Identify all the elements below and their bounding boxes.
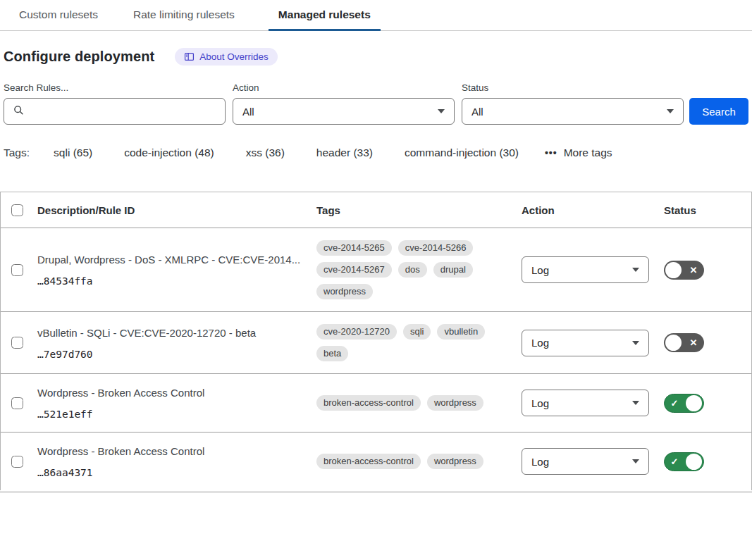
toggle-knob <box>686 454 702 470</box>
tag-pill: vbulletin <box>437 324 485 340</box>
tab-managed-rulesets[interactable]: Managed rulesets <box>269 0 381 31</box>
ellipsis-icon: ••• <box>545 147 557 158</box>
search-field: Search Rules... <box>4 82 226 125</box>
page-title: Configure deployment <box>4 49 154 65</box>
search-button[interactable]: Search <box>689 98 748 125</box>
row-checkbox[interactable] <box>11 264 23 276</box>
table-body: Drupal, Wordpress - DoS - XMLRPC - CVE:C… <box>1 228 751 490</box>
rule-id: …7e97d760 <box>37 349 302 360</box>
action-select[interactable]: Log <box>522 256 649 283</box>
more-tags-button[interactable]: ••• More tags <box>545 147 612 159</box>
status-toggle[interactable]: ✓ <box>664 394 704 413</box>
tag-filter-xss[interactable]: xss (36) <box>246 147 285 159</box>
x-icon: ✕ <box>683 338 704 347</box>
status-toggle[interactable]: ✕ <box>664 261 704 280</box>
row-checkbox[interactable] <box>11 337 23 349</box>
table-header-row: Description/Rule ID Tags Action Status <box>1 192 751 228</box>
chevron-down-icon <box>632 341 639 345</box>
status-label: Status <box>462 82 684 93</box>
column-tags: Tags <box>316 204 522 216</box>
status-toggle[interactable]: ✕ <box>664 333 704 352</box>
table-row: Wordpress - Broken Access Control …521e1… <box>1 373 751 432</box>
chevron-down-icon <box>632 459 639 463</box>
tag-pill: wordpress <box>427 454 483 469</box>
rule-tags: cve-2020-12720sqlivbulletinbeta <box>316 324 522 368</box>
page-header: Configure deployment About Overrides <box>4 48 752 66</box>
rule-tags: cve-2014-5265cve-2014-5266cve-2014-5267d… <box>316 240 522 306</box>
chevron-down-icon <box>667 109 674 113</box>
action-select-value: Log <box>531 456 549 468</box>
chevron-down-icon <box>438 109 445 113</box>
action-select[interactable]: Log <box>522 390 649 416</box>
select-all-checkbox[interactable] <box>11 204 23 216</box>
tag-pill: cve-2020-12720 <box>316 324 397 340</box>
x-icon: ✕ <box>683 266 704 275</box>
rule-description: Wordpress - Broken Access Control <box>37 444 302 458</box>
status-toggle[interactable]: ✓ <box>664 452 704 471</box>
search-input[interactable] <box>30 106 218 118</box>
chevron-down-icon <box>632 268 639 272</box>
rule-description: Drupal, Wordpress - DoS - XMLRPC - CVE:C… <box>37 253 302 266</box>
tag-pill: cve-2014-5265 <box>316 240 392 256</box>
ruleset-tabs: Custom rulesets Rate limiting rulesets M… <box>0 0 752 31</box>
chevron-down-icon <box>632 401 639 405</box>
action-select[interactable]: Log <box>522 330 649 356</box>
row-checkbox[interactable] <box>11 397 23 409</box>
tag-pill: broken-access-control <box>316 395 421 411</box>
rule-tags: broken-access-controlwordpress <box>316 454 522 475</box>
rules-table: Description/Rule ID Tags Action Status D… <box>0 192 752 490</box>
filter-bar: Search Rules... Action All Status All Se… <box>4 82 748 125</box>
status-filter-select[interactable]: All <box>462 98 684 125</box>
row-checkbox[interactable] <box>11 456 23 468</box>
about-overrides-badge[interactable]: About Overrides <box>175 48 278 66</box>
action-select[interactable]: Log <box>522 448 649 475</box>
next-row-edge <box>0 491 752 493</box>
check-icon: ✓ <box>665 457 684 466</box>
column-description: Description/Rule ID <box>37 204 316 216</box>
toggle-knob <box>665 335 682 351</box>
search-icon <box>13 105 24 118</box>
tag-pill: sqli <box>403 324 431 340</box>
tag-pill: cve-2014-5266 <box>398 240 474 256</box>
tab-rate-limiting-rulesets[interactable]: Rate limiting rulesets <box>132 0 236 31</box>
rule-description: Wordpress - Broken Access Control <box>37 386 302 399</box>
about-overrides-label: About Overrides <box>199 51 269 62</box>
action-filter-select[interactable]: All <box>233 98 455 125</box>
action-select-value: Log <box>531 337 549 349</box>
tag-filter-sqli[interactable]: sqli (65) <box>54 147 92 159</box>
action-select-value: Log <box>531 264 549 276</box>
book-icon <box>184 51 195 62</box>
tag-pill: cve-2014-5267 <box>316 262 392 278</box>
search-input-wrap <box>4 98 226 125</box>
status-filter-value: All <box>471 106 483 118</box>
table-row: Wordpress - Broken Access Control …86aa4… <box>1 432 751 490</box>
tag-pill: dos <box>398 262 427 278</box>
column-status: Status <box>664 204 751 216</box>
tag-filter-code-injection[interactable]: code-injection (48) <box>124 147 214 159</box>
action-select-value: Log <box>531 397 549 409</box>
table-row: vBulletin - SQLi - CVE:CVE-2020-12720 - … <box>1 311 751 373</box>
tags-bar: Tags: sqli (65) code-injection (48) xss … <box>4 147 752 159</box>
tag-pill: wordpress <box>316 284 373 299</box>
column-action: Action <box>522 204 664 216</box>
tag-filter-header[interactable]: header (33) <box>316 147 373 159</box>
rule-tags: broken-access-controlwordpress <box>316 395 522 417</box>
tag-pill: drupal <box>433 262 473 278</box>
rule-id: …84534ffa <box>37 275 302 287</box>
tag-pill: beta <box>316 346 348 361</box>
toggle-knob <box>686 395 702 411</box>
tag-filter-command-injection[interactable]: command-injection (30) <box>405 147 519 159</box>
toggle-knob <box>665 262 682 278</box>
tag-pill: wordpress <box>427 395 483 411</box>
action-filter-value: All <box>242 106 254 118</box>
action-label: Action <box>233 82 455 93</box>
search-label: Search Rules... <box>4 82 226 93</box>
rule-id: …86aa4371 <box>37 467 302 478</box>
tags-bar-label: Tags: <box>4 147 30 159</box>
status-field: Status All <box>462 82 684 125</box>
tab-custom-rulesets[interactable]: Custom rulesets <box>18 0 99 31</box>
check-icon: ✓ <box>665 399 684 408</box>
rule-description: vBulletin - SQLi - CVE:CVE-2020-12720 - … <box>37 326 302 340</box>
rule-id: …521e1eff <box>37 409 302 420</box>
table-row: Drupal, Wordpress - DoS - XMLRPC - CVE:C… <box>1 228 751 311</box>
